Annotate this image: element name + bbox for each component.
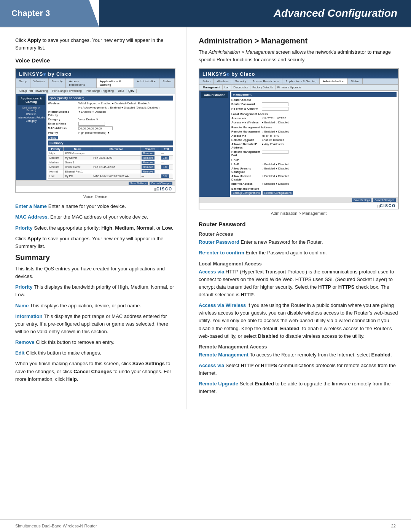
allow-disable-row: Allow Users to Disable ○ Enabled ● Disab… xyxy=(231,174,397,181)
edit-btn[interactable]: Edit xyxy=(161,165,169,169)
subnav-portRange[interactable]: Port Range Forwarding xyxy=(50,89,84,93)
edit-btn[interactable]: Edit xyxy=(161,156,169,160)
qos-row-priority: Priority High (Recommended) ▼ xyxy=(48,131,173,134)
row-remove[interactable]: Remove xyxy=(140,156,160,160)
nav-r-admin[interactable]: Administration xyxy=(320,78,347,84)
nav-r-access[interactable]: Access Restrictions xyxy=(249,78,282,84)
linksys-nav-right: Setup Wireless Security Access Restricti… xyxy=(199,78,398,85)
reenter-input[interactable] xyxy=(262,107,288,111)
nav-r-apps[interactable]: Applications & Gaming xyxy=(282,78,320,84)
row-info: Port 3389–3398 xyxy=(92,156,140,160)
linksys-ui-right: LINKSYS® by Cisco Setup Wireless Securit… xyxy=(199,69,398,209)
footer-right: 22 xyxy=(391,524,396,528)
col-name: Name xyxy=(64,147,92,151)
subnav-r-diag[interactable]: Diagnostics xyxy=(231,85,250,89)
save-settings-btn-right[interactable]: Save Settings xyxy=(352,198,371,202)
nav-appsGaming[interactable]: Applications & Gaming xyxy=(97,78,134,88)
nav-wireless[interactable]: Wireless xyxy=(30,78,49,88)
row-remove[interactable]: Remove xyxy=(140,169,160,174)
row-remove[interactable]: Remove xyxy=(140,151,160,156)
sidebar-wireless: Wireless xyxy=(18,113,45,115)
access-via-label: Access via xyxy=(231,117,262,120)
row-remove[interactable]: Remove xyxy=(140,160,160,165)
nav-setup[interactable]: Setup xyxy=(16,78,30,88)
section-title-mgmt: Management xyxy=(231,92,397,97)
name-input[interactable] xyxy=(78,122,105,126)
subnav-portFwd[interactable]: Setup Port Forwarding xyxy=(18,89,50,93)
access-wireless-main-label: Access via Wireless xyxy=(199,302,246,308)
apply-button[interactable]: Apply xyxy=(48,136,58,139)
wmm-field: WMM Support: ○ Enabled ● Disabled (Defau… xyxy=(78,102,150,105)
linksys-sidebar-left: Applications & Gaming QoS (Quality of Se… xyxy=(16,94,46,180)
edit-btn[interactable]: Edit xyxy=(161,174,169,178)
nav-r-wireless[interactable]: Wireless xyxy=(214,78,232,84)
row-edit[interactable]: Edit xyxy=(160,156,173,160)
page-header: Chapter 3 Advanced Configuration xyxy=(0,0,411,27)
allow-configure-label: Allow Users to Configure xyxy=(231,167,262,174)
nav-r-security[interactable]: Security xyxy=(232,78,250,84)
remove-btn[interactable]: Remove xyxy=(142,170,155,173)
subnav-portTrigger[interactable]: Port Range Triggering xyxy=(84,89,116,93)
linksys-header-right: LINKSYS® by Cisco xyxy=(199,69,398,78)
upnp-options: ○ Enabled ● Disabled xyxy=(262,163,289,166)
nav-r-setup[interactable]: Setup xyxy=(199,78,214,84)
row-edit[interactable]: Edit xyxy=(160,165,173,169)
linksys-subnav-right: Management Log Diagnostics Factory Defau… xyxy=(199,85,398,91)
ack-field: No Acknowledgement: ○ Enabled ● Disabled… xyxy=(78,106,159,109)
access-wireless-options: ● Enabled ○ Disabled xyxy=(262,121,289,124)
edit-label: Edit xyxy=(15,350,25,356)
http2-bold: HTTP xyxy=(241,363,254,368)
intro-paragraph: Click Apply to save your changes. Your n… xyxy=(15,37,175,52)
cancel-changes-btn-right[interactable]: Cancel Changes xyxy=(373,198,396,202)
category-label: Category xyxy=(48,118,78,121)
table-row: Low My PC MAC Address 00:00:00:01:AA — E… xyxy=(48,174,173,179)
subnav-r-log[interactable]: Log xyxy=(223,85,232,89)
priority-select[interactable]: High (Recommended) ▼ xyxy=(78,131,110,134)
subnav-qos[interactable]: QoS xyxy=(126,89,136,93)
nav-admin[interactable]: Administration xyxy=(134,78,160,88)
nav-security[interactable]: Security xyxy=(49,78,66,88)
access-wireless-row: Access via Wireless ● Enabled ○ Disabled xyxy=(231,121,397,124)
remote-upgrade-options: Enabled Disabled xyxy=(262,138,284,142)
row-info xyxy=(92,151,140,156)
remote-port-label: Remote Management Port xyxy=(231,150,262,157)
subnav-r-mgmt[interactable]: Management xyxy=(201,85,223,89)
linksys-main-right: Management Router Access Router Password… xyxy=(230,91,398,197)
remote-port-input[interactable] xyxy=(262,150,288,154)
remove-btn[interactable]: Remove xyxy=(142,156,155,160)
router-pw-input[interactable] xyxy=(262,102,288,106)
row-priority: Normal xyxy=(48,169,64,174)
remove-btn[interactable]: Remove xyxy=(142,165,155,169)
access-via-options: ☑ HTTP ☐ HTTPS xyxy=(262,117,286,120)
voice-device-caption: Voice Device xyxy=(15,194,175,199)
mac-input[interactable]: 00:00:00:00:00:00 xyxy=(78,126,113,130)
save-settings-btn-left[interactable]: Save Settings xyxy=(129,182,148,185)
apply-btn-area: Apply xyxy=(48,136,173,139)
remote-upgrade-para: Remote Upgrade Select Enabled to be able… xyxy=(199,380,399,395)
restore-config-btn[interactable]: Restore Configurations xyxy=(263,191,293,195)
reenter-label: Re-enter to Confirm xyxy=(231,107,262,110)
linksys-header-left: LINKSYS® by Cisco xyxy=(16,69,175,78)
remote-mgmt-title: Remote Management Address xyxy=(231,126,397,129)
subnav-dmz[interactable]: DMZ xyxy=(116,89,126,93)
linksys-main-left: QoS (Quality of Service) Wireless WMM Su… xyxy=(46,94,175,180)
local-mgmt-title: Local Management Access xyxy=(231,112,397,116)
row-priority: Medium xyxy=(48,165,64,169)
save-para: When you finish making changes to this s… xyxy=(15,360,175,383)
nav-status[interactable]: Status xyxy=(159,78,175,88)
row-edit: — xyxy=(160,160,173,165)
page-footer: Simultaneous Dual-Band Wireless-N Router… xyxy=(0,519,411,532)
remove-btn[interactable]: Remove xyxy=(142,152,155,155)
backup-config-btn[interactable]: Backup Configurations xyxy=(231,191,261,195)
remove-btn[interactable]: Remove xyxy=(142,161,155,164)
row-priority: Low xyxy=(48,174,64,179)
row-remove[interactable]: Remove xyxy=(140,165,160,169)
row-edit[interactable]: Edit xyxy=(160,174,173,179)
nav-access[interactable]: Access Restrictions xyxy=(66,78,97,88)
nav-r-status[interactable]: Status xyxy=(348,78,363,84)
sidebar-title-right: Administration xyxy=(201,92,228,98)
footer-left: Simultaneous Dual-Band Wireless-N Router xyxy=(15,524,97,528)
cancel-changes-btn-left[interactable]: Cancel Changes xyxy=(150,182,172,185)
subnav-r-firmware[interactable]: Firmware Upgrade xyxy=(276,85,303,89)
subnav-r-factory[interactable]: Factory Defaults xyxy=(250,85,276,89)
